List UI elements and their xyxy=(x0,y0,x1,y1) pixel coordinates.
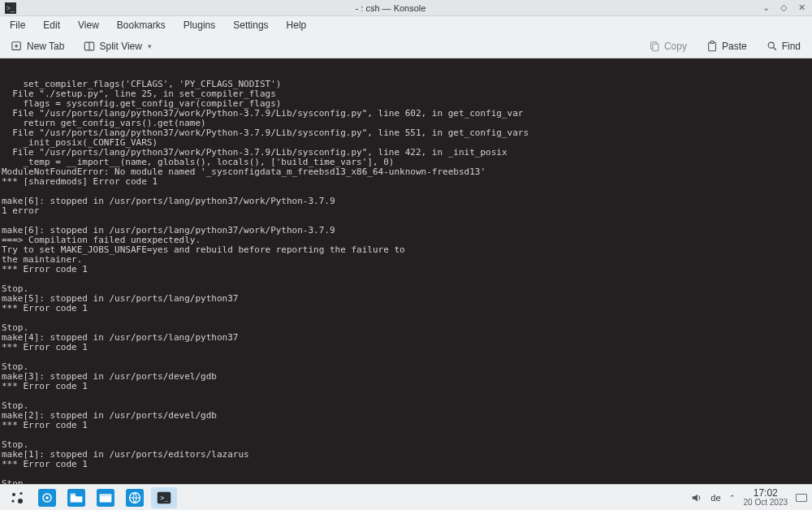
menubar: File Edit View Bookmarks Plugins Setting… xyxy=(0,16,812,34)
terminal-line xyxy=(2,391,810,401)
paste-button[interactable]: Paste xyxy=(702,38,752,54)
terminal-line: *** Error code 1 xyxy=(2,460,810,469)
task-browser[interactable] xyxy=(122,487,148,508)
clock-time: 17:02 xyxy=(744,488,788,498)
terminal-line xyxy=(2,430,810,440)
terminal-line xyxy=(2,352,810,362)
menu-bookmarks[interactable]: Bookmarks xyxy=(114,18,169,32)
terminal-line: *** Error code 1 xyxy=(2,421,810,430)
minimize-button[interactable]: ⌄ xyxy=(760,2,771,13)
menu-settings[interactable]: Settings xyxy=(230,18,271,32)
keyboard-layout[interactable]: de xyxy=(710,493,720,503)
clock[interactable]: 17:02 20 Oct 2023 xyxy=(744,488,788,508)
svg-line-10 xyxy=(773,47,776,50)
menu-edit[interactable]: Edit xyxy=(40,18,63,32)
tray-chevron-up-icon[interactable]: ⌃ xyxy=(729,494,736,502)
window-title: - : csh — Konsole xyxy=(21,3,760,13)
terminal-line: Try to set MAKE_JOBS_UNSAFE=yes and rebu… xyxy=(2,245,810,255)
copy-icon xyxy=(649,41,660,52)
terminal-line: *** [sharedmods] Error code 1 xyxy=(2,177,810,187)
search-icon xyxy=(767,41,778,52)
svg-point-13 xyxy=(11,499,14,502)
copy-button[interactable]: Copy xyxy=(644,38,692,54)
terminal-line: 1 error xyxy=(2,206,810,216)
copy-label: Copy xyxy=(664,41,687,52)
terminal-line xyxy=(2,274,810,284)
terminal-line: make[5]: stopped in /usr/ports/lang/pyth… xyxy=(2,294,810,304)
paste-label: Paste xyxy=(722,41,747,52)
app-launcher-button[interactable] xyxy=(5,487,31,508)
volume-icon[interactable] xyxy=(691,492,702,504)
svg-rect-19 xyxy=(71,493,76,495)
terminal-line: make[3]: stopped in /usr/ports/devel/gdb xyxy=(2,372,810,382)
terminal-line: *** Error code 1 xyxy=(2,304,810,313)
split-view-button[interactable]: Split View ▾ xyxy=(79,38,156,54)
svg-point-14 xyxy=(18,499,23,504)
terminal-area[interactable]: set_compiler_flags('CFLAGS', 'PY_CFLAGS_… xyxy=(0,58,812,484)
new-tab-label: New Tab xyxy=(27,41,64,52)
titlebar: >_ - : csh — Konsole ⌄ ◇ ✕ xyxy=(0,0,812,16)
task-file-manager-2[interactable] xyxy=(93,487,119,508)
terminal-line: the maintainer. xyxy=(2,255,810,265)
find-label: Find xyxy=(782,41,801,52)
toolbar: New Tab Split View ▾ Copy Paste Find xyxy=(0,34,812,58)
svg-point-9 xyxy=(768,42,774,48)
svg-rect-22 xyxy=(100,494,112,496)
task-konsole[interactable]: >_ xyxy=(151,487,177,508)
terminal-line: make[4]: stopped in /usr/ports/lang/pyth… xyxy=(2,333,810,343)
split-view-icon xyxy=(84,41,95,52)
svg-point-12 xyxy=(19,491,22,494)
chevron-down-icon: ▾ xyxy=(148,42,152,50)
terminal-line: *** Error code 1 xyxy=(2,265,810,274)
svg-rect-6 xyxy=(653,43,659,50)
system-tray: de ⌃ 17:02 20 Oct 2023 xyxy=(691,488,807,508)
svg-point-17 xyxy=(45,496,49,499)
terminal-line xyxy=(2,313,810,323)
show-desktop-button[interactable] xyxy=(796,494,807,502)
terminal-line: make[2]: stopped in /usr/ports/devel/gdb xyxy=(2,411,810,421)
find-button[interactable]: Find xyxy=(762,38,806,54)
new-tab-icon xyxy=(11,41,23,52)
terminal-line: *** Error code 1 xyxy=(2,382,810,391)
svg-text:>_: >_ xyxy=(160,493,168,501)
menu-view[interactable]: View xyxy=(75,18,102,32)
clock-date: 20 Oct 2023 xyxy=(744,498,788,508)
terminal-line: make[6]: stopped in /usr/ports/lang/pyth… xyxy=(2,197,810,206)
task-file-manager[interactable] xyxy=(63,487,89,508)
close-button[interactable]: ✕ xyxy=(796,2,807,13)
terminal-line xyxy=(2,469,810,479)
menu-file[interactable]: File xyxy=(6,18,28,32)
taskbar: >_ de ⌃ 17:02 20 Oct 2023 xyxy=(0,484,812,510)
svg-point-11 xyxy=(12,493,15,496)
new-tab-button[interactable]: New Tab xyxy=(6,38,69,54)
maximize-button[interactable]: ◇ xyxy=(778,2,789,13)
terminal-line: *** Error code 1 xyxy=(2,343,810,352)
svg-rect-8 xyxy=(710,41,714,43)
paste-icon xyxy=(706,41,718,52)
split-view-label: Split View xyxy=(99,41,141,52)
konsole-app-icon: >_ xyxy=(5,2,16,14)
menu-help[interactable]: Help xyxy=(283,18,310,32)
task-settings[interactable] xyxy=(34,487,60,508)
terminal-line: make[1]: stopped in /usr/ports/editors/l… xyxy=(2,450,810,460)
terminal-output: set_compiler_flags('CFLAGS', 'PY_CFLAGS_… xyxy=(2,80,810,484)
menu-plugins[interactable]: Plugins xyxy=(180,18,218,32)
